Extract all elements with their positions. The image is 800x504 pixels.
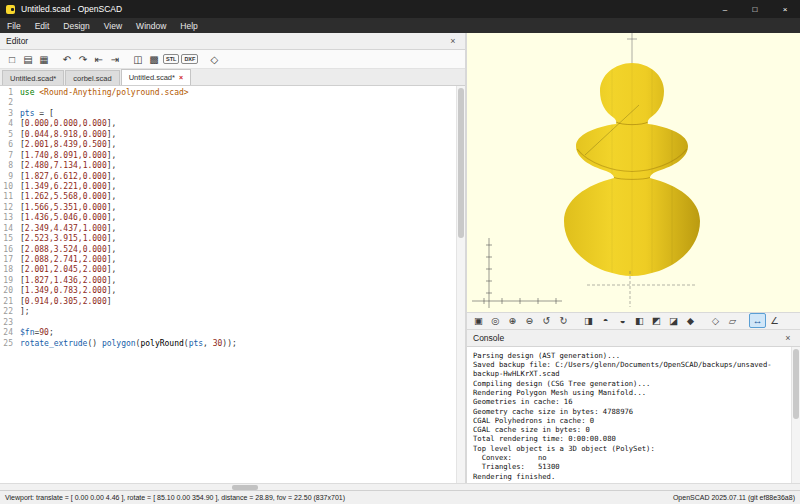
- code-editor[interactable]: 1use <Round-Anything/polyround.scad>23pt…: [0, 86, 465, 483]
- code-line: 6[2.001,8.439,0.500],: [0, 140, 465, 150]
- code-line-text: [2.001,8.439,0.500],: [16, 140, 116, 150]
- view-right-icon[interactable]: ◨: [580, 313, 597, 328]
- code-line: 10[1.349,6.221,0.000],: [0, 182, 465, 192]
- menu-bar: FileEditDesignViewWindowHelp: [0, 18, 800, 33]
- maximize-button[interactable]: □: [740, 0, 770, 18]
- line-number: 7: [0, 151, 16, 161]
- rotate-right-icon[interactable]: ↻: [555, 313, 572, 328]
- editor-panel: Editor × □▤▦↶↷⇤⇥◫▩STLDXF◇ Untitled.scad*…: [0, 33, 465, 483]
- code-line: 16[2.088,3.524,0.000],: [0, 245, 465, 255]
- view-all-icon[interactable]: ▣: [470, 313, 487, 328]
- redo-icon[interactable]: ↷: [75, 51, 91, 67]
- console-output[interactable]: Parsing design (AST generation)...Saved …: [467, 347, 800, 483]
- line-number: 17: [0, 255, 16, 265]
- view-diagonal-icon[interactable]: ◆: [682, 313, 699, 328]
- console-line: Total rendering time: 0:00:00.080: [473, 434, 788, 443]
- undo-icon[interactable]: ↶: [59, 51, 75, 67]
- reset-view-icon[interactable]: ◎: [487, 313, 504, 328]
- editor-tab-1[interactable]: corbel.scad: [65, 70, 119, 85]
- horizontal-scrollbar[interactable]: [0, 483, 800, 490]
- editor-vertical-scrollbar[interactable]: [456, 86, 465, 483]
- line-number: 9: [0, 172, 16, 182]
- zoom-in-icon[interactable]: ⊕: [504, 313, 521, 328]
- open-file-icon[interactable]: ▤: [20, 51, 36, 67]
- console-panel-header: Console ×: [467, 330, 800, 347]
- code-line: 22];: [0, 307, 465, 317]
- viewport-canvas[interactable]: [467, 33, 800, 312]
- menu-help[interactable]: Help: [173, 18, 204, 33]
- console-vertical-scrollbar[interactable]: [791, 347, 800, 483]
- save-icon[interactable]: ▦: [36, 51, 52, 67]
- console-line: Triangles: 51300: [473, 462, 788, 471]
- line-number: 14: [0, 224, 16, 234]
- tab-label: corbel.scad: [73, 74, 111, 83]
- editor-scrollbar-thumb[interactable]: [458, 88, 464, 238]
- console-line: Rendering Polygon Mesh using Manifold...: [473, 388, 788, 397]
- console-line: Geometries in cache: 16: [473, 397, 788, 406]
- code-line: 18[2.001,2.045,2.000],: [0, 265, 465, 275]
- menu-view[interactable]: View: [97, 18, 129, 33]
- unindent-icon[interactable]: ⇤: [91, 51, 107, 67]
- version-text: OpenSCAD 2025.07.11 (git ef88e36a8): [673, 494, 795, 501]
- view-top-icon[interactable]: ◓: [597, 313, 614, 328]
- tab-close-icon[interactable]: ×: [179, 74, 183, 81]
- perspective-icon[interactable]: ◇: [707, 313, 724, 328]
- horizontal-scrollbar-thumb[interactable]: [232, 485, 258, 490]
- console-close-icon[interactable]: ×: [782, 333, 794, 343]
- menu-window[interactable]: Window: [129, 18, 173, 33]
- line-number: 5: [0, 130, 16, 140]
- code-line-text: [2.001,2.045,2.000],: [16, 265, 116, 275]
- code-line-text: [1.827,6.612,0.000],: [16, 172, 116, 182]
- measure-angle-icon[interactable]: ∠: [766, 313, 783, 328]
- 3d-viewport[interactable]: [467, 33, 800, 312]
- title-bar: Untitled.scad - OpenSCAD – □ ×: [0, 0, 800, 18]
- code-line-text: [2.088,2.741,2.000],: [16, 255, 116, 265]
- console-line: Rendering finished.: [473, 472, 788, 481]
- close-button[interactable]: ×: [770, 0, 800, 18]
- view-back-icon[interactable]: ◪: [665, 313, 682, 328]
- code-line: 4[0.000,0.000,0.000],: [0, 119, 465, 129]
- editor-close-icon[interactable]: ×: [447, 36, 459, 46]
- line-number: 2: [0, 98, 16, 108]
- code-line: 23: [0, 318, 465, 328]
- code-line: 9[1.827,6.612,0.000],: [0, 172, 465, 182]
- indent-icon[interactable]: ⇥: [107, 51, 123, 67]
- zoom-out-icon[interactable]: ⊖: [521, 313, 538, 328]
- menu-design[interactable]: Design: [56, 18, 96, 33]
- dashed-guides: [587, 271, 697, 307]
- code-line-text: [0.914,0.305,2.000]: [16, 297, 112, 307]
- rotate-left-icon[interactable]: ↺: [538, 313, 555, 328]
- menu-edit[interactable]: Edit: [28, 18, 57, 33]
- editor-tab-2[interactable]: Untitled.scad*×: [121, 69, 191, 85]
- view-front-icon[interactable]: ◩: [648, 313, 665, 328]
- code-line: 25rotate_extrude() polygon(polyRound(pts…: [0, 339, 465, 349]
- minimize-button[interactable]: –: [710, 0, 740, 18]
- code-line-text: rotate_extrude() polygon(polyRound(pts, …: [16, 339, 237, 349]
- orthogonal-icon[interactable]: ▱: [724, 313, 741, 328]
- console-line: Convex: no: [473, 453, 788, 462]
- openscad-logo-icon: [6, 5, 15, 14]
- send-to-service-icon[interactable]: ◇: [206, 51, 222, 67]
- line-number: 12: [0, 203, 16, 213]
- code-line: 21[0.914,0.305,2.000]: [0, 297, 465, 307]
- preview-icon[interactable]: ◫: [130, 51, 146, 67]
- editor-tab-0[interactable]: Untitled.scad*: [2, 70, 64, 85]
- view-left-icon[interactable]: ◧: [631, 313, 648, 328]
- code-line-text: [1.827,1.436,2.000],: [16, 276, 116, 286]
- console-scrollbar-thumb[interactable]: [793, 349, 799, 419]
- measure-distance-icon[interactable]: ↔: [749, 313, 766, 328]
- line-number: 15: [0, 234, 16, 244]
- menu-file[interactable]: File: [0, 18, 28, 33]
- editor-tab-bar: Untitled.scad*corbel.scadUntitled.scad*×: [0, 69, 465, 86]
- line-number: 13: [0, 213, 16, 223]
- export-dxf-icon[interactable]: DXF: [181, 54, 198, 64]
- code-line-text: [1.262,5.568,0.000],: [16, 192, 116, 202]
- render-icon[interactable]: ▩: [146, 51, 162, 67]
- code-line-text: [0.000,0.000,0.000],: [16, 119, 116, 129]
- tab-label: Untitled.scad*: [129, 73, 175, 82]
- view-bottom-icon[interactable]: ◒: [614, 313, 631, 328]
- new-file-icon[interactable]: □: [4, 51, 20, 67]
- export-stl-icon[interactable]: STL: [163, 54, 179, 64]
- code-lines: 1use <Round-Anything/polyround.scad>23pt…: [0, 88, 465, 349]
- code-line-text: [1.740,8.091,0.000],: [16, 151, 116, 161]
